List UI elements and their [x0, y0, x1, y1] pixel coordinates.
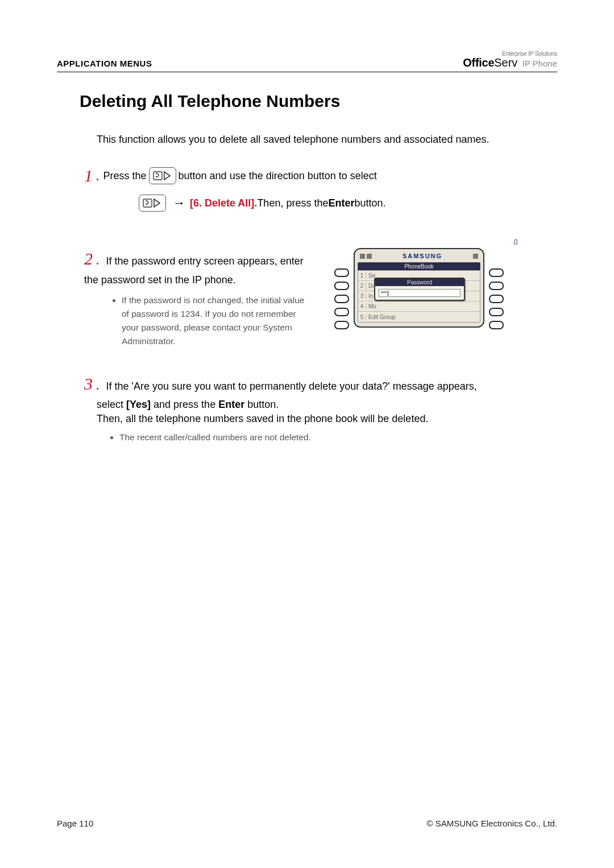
phone-screen: SAMSUNG PhoneBook 1Se 2Di 3In 4Mo 5Edit …	[354, 248, 484, 328]
status-icons	[473, 254, 478, 259]
step-3: 3. If the 'Are you sure you want to perm…	[84, 371, 557, 444]
step-3-dot: .	[96, 377, 100, 393]
page-footer: Page 110 © SAMSUNG Electronics Co., Ltd.	[57, 819, 557, 828]
stylus-icon	[514, 239, 517, 245]
softkeys-left	[334, 268, 349, 329]
step-2-dot: .	[96, 251, 100, 268]
device-illustration: SAMSUNG PhoneBook 1Se 2Di 3In 4Mo 5Edit …	[334, 246, 504, 329]
soft-key	[334, 295, 349, 303]
svg-rect-0	[154, 172, 162, 180]
brand-office: Office	[463, 56, 494, 69]
brand-block: Enterprise IP Solutions OfficeServ IP Ph…	[463, 51, 557, 68]
password-masked-value: ***	[381, 290, 387, 296]
step-3-line-c: Then, all the telephone numbers saved in…	[97, 413, 557, 425]
step-1-button-period: button.	[354, 197, 385, 209]
step-1-dot: .	[96, 167, 100, 184]
screen-brand: SAMSUNG	[403, 253, 442, 259]
status-icons	[360, 254, 372, 259]
step-3-number: 3	[84, 374, 93, 393]
step-1-number: 1	[84, 166, 93, 185]
step-2-row: 2. If the password entry screen appears,…	[84, 246, 557, 348]
screen-title-bar: PhoneBook	[358, 262, 480, 270]
soft-key	[489, 295, 504, 303]
yes-label: [Yes]	[126, 399, 151, 410]
password-popup: Password ***	[374, 278, 465, 301]
soft-key	[334, 268, 349, 277]
step-1-subrow: → [6. Delete All]. Then, press the Enter…	[136, 195, 557, 212]
password-popup-title: Password	[375, 279, 464, 286]
step-2-text: 2. If the password entry screen appears,…	[84, 246, 312, 348]
step-1: 1. Press the button and use the directio…	[84, 166, 557, 212]
brand-ip-phone: IP Phone	[520, 59, 557, 68]
step-1-text-a: Press the	[103, 170, 147, 182]
soft-key	[334, 321, 349, 329]
step-2-number: 2	[84, 249, 93, 268]
step-3-mid: and press the	[151, 399, 218, 410]
step-3-note-list: The recent caller/called numbers are not…	[109, 431, 557, 444]
enter-key-label: Enter	[218, 399, 244, 410]
page-header: APPLICATION MENUS Enterprise IP Solution…	[57, 51, 557, 72]
phonebook-button-icon	[149, 167, 176, 184]
step-3-post: button.	[244, 399, 279, 410]
page-number: Page 110	[57, 819, 93, 828]
text-cursor-icon	[388, 291, 388, 296]
step-3-select: select	[97, 399, 126, 410]
page: APPLICATION MENUS Enterprise IP Solution…	[0, 0, 614, 868]
password-field: ***	[379, 289, 460, 297]
section-label: APPLICATION MENUS	[57, 59, 152, 68]
step-1-text-b: button and use the direction button to s…	[179, 170, 377, 182]
soft-key	[489, 268, 504, 277]
brand-serv: Serv	[494, 56, 517, 69]
enter-key-label: Enter	[328, 197, 354, 209]
softkeys-right	[489, 268, 504, 329]
soft-key	[489, 282, 504, 290]
soft-key	[489, 321, 504, 329]
step-2-note: If the password is not changed, the init…	[122, 294, 312, 348]
step-2-body: If the password entry screen appears, en…	[84, 255, 304, 286]
screen-row: 4Mo	[358, 301, 480, 312]
phonebook-button-icon	[139, 195, 166, 212]
soft-key	[489, 308, 504, 316]
step-1-then-press: Then, press the	[257, 197, 328, 209]
page-title: Deleting All Telephone Numbers	[80, 92, 557, 111]
soft-key	[334, 282, 349, 290]
soft-key	[334, 308, 349, 316]
intro-paragraph: This function allows you to delete all s…	[97, 134, 557, 146]
screen-row: 5Edit Group	[358, 312, 480, 322]
step-3-line-a: If the 'Are you sure you want to permane…	[103, 381, 477, 392]
step-2-note-list: If the password is not changed, the init…	[111, 294, 312, 348]
step-3-note: The recent caller/called numbers are not…	[119, 431, 557, 444]
arrow-icon: →	[173, 196, 185, 210]
delete-all-menu-label: [6. Delete All].	[190, 197, 257, 209]
svg-rect-1	[143, 199, 152, 207]
copyright: © SAMSUNG Electronics Co., Ltd.	[427, 819, 557, 828]
